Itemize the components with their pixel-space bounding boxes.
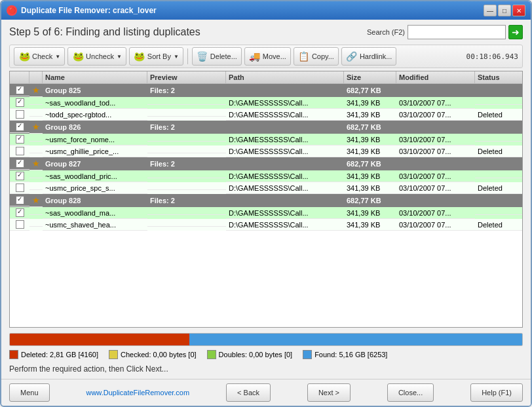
group-row: ★ Group 826 Files: 2 682,77 KB	[10, 121, 522, 134]
checkbox[interactable]	[16, 110, 24, 119]
check-icon: 🐸	[18, 50, 30, 62]
move-icon: 🚚	[249, 50, 261, 62]
file-checkbox[interactable]	[10, 219, 29, 231]
file-icon	[29, 113, 43, 117]
file-name: ~sas_woodland_ma...	[43, 208, 147, 219]
checkbox[interactable]	[16, 208, 24, 217]
file-modified: 03/10/2007 07...	[396, 134, 475, 145]
back-button[interactable]: < Back	[226, 383, 271, 402]
window-title: Duplicate File Remover: crack_lover	[21, 6, 157, 15]
group-size-825: 682,77 KB	[344, 85, 396, 96]
file-modified: 03/10/2007 07...	[396, 109, 475, 121]
timer: 00:18:06.943	[466, 52, 518, 61]
group-name-825: Group 825	[43, 85, 147, 96]
file-name: ~sas_woodland_pric...	[43, 171, 147, 182]
file-checkbox[interactable]	[10, 97, 29, 109]
checkbox[interactable]	[16, 147, 24, 155]
group-name-827: Group 827	[43, 158, 147, 170]
sort-button[interactable]: 🐸 Sort By ▼	[129, 47, 183, 66]
main-content: Step 5 of 6: Finding and listing duplica…	[1, 20, 531, 379]
menu-button[interactable]: Menu	[9, 383, 50, 402]
group-checkbox-827[interactable]	[10, 158, 29, 170]
main-window: 🔴 Duplicate File Remover: crack_lover — …	[0, 0, 532, 407]
checkbox[interactable]	[16, 86, 24, 94]
file-preview	[147, 150, 226, 153]
legend-deleted: Deleted: 2,81 GB [4160]	[9, 350, 98, 359]
group-path-828	[226, 199, 344, 203]
next-button[interactable]: Next >	[307, 383, 351, 402]
group-checkbox-826[interactable]	[10, 121, 29, 133]
checkbox[interactable]	[16, 196, 24, 204]
group-icon-827: ★	[29, 157, 43, 170]
col-modified: Modified	[396, 71, 475, 83]
file-status: Deleted	[475, 146, 523, 157]
file-modified: 03/10/2007 07...	[396, 171, 475, 182]
group-size-828: 682,77 KB	[344, 195, 396, 206]
legend: Deleted: 2,81 GB [4160] Checked: 0,00 by…	[9, 350, 523, 359]
hardlink-label: Hardlink...	[360, 52, 392, 60]
hardlink-button[interactable]: 🔗 Hardlink...	[341, 47, 397, 66]
group-files-826: Files: 2	[147, 121, 226, 133]
website-link[interactable]: www.DuplicateFileRemover.com	[86, 389, 189, 397]
title-buttons: — □ ✕	[484, 5, 525, 16]
file-size: 341,39 KB	[344, 109, 396, 121]
file-checkbox[interactable]	[10, 109, 29, 121]
checkbox[interactable]	[16, 123, 24, 131]
file-checkbox[interactable]	[10, 170, 29, 182]
group-modified-826	[396, 125, 475, 129]
group-path-826	[226, 125, 344, 129]
checkbox[interactable]	[16, 159, 24, 168]
file-checkbox[interactable]	[10, 207, 29, 219]
search-go-button[interactable]: ➜	[508, 25, 523, 39]
copy-button[interactable]: 📋 Copy...	[294, 47, 339, 66]
group-status-825	[475, 88, 523, 92]
file-path: D:\GAMESSSSSS\Call...	[226, 134, 344, 145]
file-table[interactable]: Name Preview Path Size Modified Status ★…	[9, 71, 523, 328]
step-title: Step 5 of 6: Finding and listing duplica…	[9, 26, 200, 38]
step-header: Step 5 of 6: Finding and listing duplica…	[9, 25, 523, 39]
close-window-button[interactable]: ✕	[512, 5, 525, 16]
file-modified: 03/10/2007 07...	[396, 183, 475, 194]
search-input[interactable]	[408, 25, 506, 39]
status-text: Perform the required action, then Click …	[9, 364, 523, 374]
maximize-button[interactable]: □	[498, 5, 511, 16]
checkbox[interactable]	[16, 172, 24, 180]
group-checkbox-825[interactable]	[10, 85, 29, 96]
file-checkbox[interactable]	[10, 134, 29, 145]
file-status	[475, 138, 523, 142]
file-path: D:\GAMESSSSSS\Call...	[226, 98, 344, 109]
file-modified: 03/10/2007 07...	[396, 220, 475, 231]
file-size: 341,39 KB	[344, 134, 396, 145]
file-icon	[29, 223, 43, 227]
legend-deleted-box	[9, 350, 18, 359]
app-icon: 🔴	[7, 5, 17, 16]
sort-arrow: ▼	[174, 54, 179, 60]
uncheck-arrow: ▼	[117, 54, 122, 60]
file-checkbox[interactable]	[10, 145, 29, 157]
file-preview	[147, 175, 226, 178]
move-button[interactable]: 🚚 Move...	[244, 47, 291, 66]
group-name-828: Group 828	[43, 195, 147, 206]
checkbox[interactable]	[16, 184, 24, 192]
file-preview	[147, 102, 226, 105]
checkbox[interactable]	[16, 98, 24, 107]
minimize-button[interactable]: —	[484, 5, 497, 16]
checkbox[interactable]	[16, 135, 24, 144]
file-checkbox[interactable]	[10, 182, 29, 194]
delete-button[interactable]: 🗑️ Delete...	[192, 47, 242, 66]
checkbox[interactable]	[16, 220, 24, 229]
legend-found: Found: 5,16 GB [6253]	[303, 350, 387, 359]
file-row: ~usmc_force_nome... D:\GAMESSSSSS\Call..…	[10, 134, 522, 145]
progress-bar	[9, 333, 523, 346]
group-checkbox-828[interactable]	[10, 195, 29, 206]
help-button[interactable]: Help (F1)	[470, 383, 523, 402]
file-path: D:\GAMESSSSSS\Call...	[226, 183, 344, 194]
group-size-827: 682,77 KB	[344, 158, 396, 170]
file-icon	[29, 212, 43, 215]
copy-icon: 📋	[298, 50, 310, 62]
file-size: 341,39 KB	[344, 183, 396, 194]
check-button[interactable]: 🐸 Check ▼	[14, 47, 65, 66]
close-button[interactable]: Close...	[387, 383, 434, 402]
legend-found-label: Found: 5,16 GB [6253]	[314, 351, 387, 359]
uncheck-button[interactable]: 🐸 Uncheck ▼	[67, 47, 126, 66]
